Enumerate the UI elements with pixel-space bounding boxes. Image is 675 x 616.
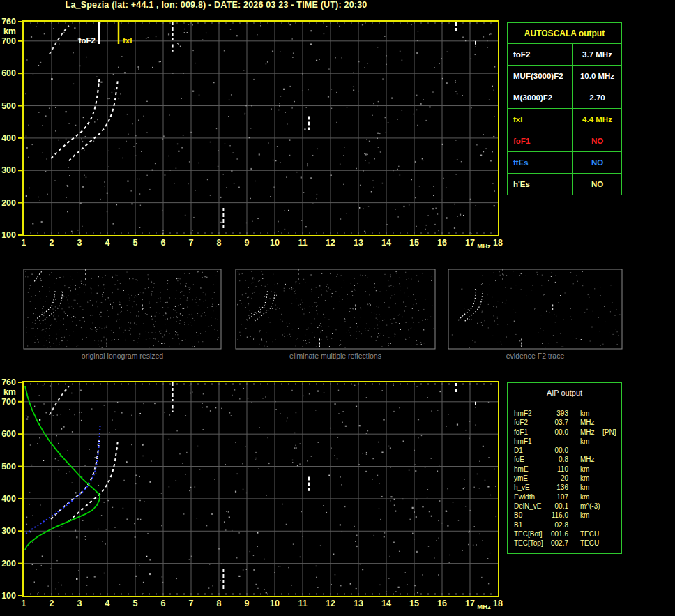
aip-row-d1: D100.0 (508, 446, 621, 456)
aip-label: hmF2 (514, 410, 532, 417)
y-axis-unit-label: km (3, 27, 16, 36)
aip-row-tecbot: TEC[Bot]001.6TECU (508, 530, 621, 539)
x-tick-label: 16 (437, 599, 447, 608)
parameter-label: h'Es (508, 174, 573, 195)
parameter-value: 4.4 MHz (573, 109, 621, 130)
y-tick-label: 760 (1, 377, 16, 387)
x-tick-label: 11 (298, 599, 307, 608)
autoscala-table-header: AUTOSCALA output (508, 23, 621, 44)
x-tick-label: 11 (298, 238, 307, 248)
aip-row-hmf1: hmF1---km (508, 437, 621, 446)
series-F2-x-mode-echo-trace (69, 80, 118, 160)
aip-row-ewidth: Ewidth107km (508, 493, 621, 502)
aip-row-foe: foE0.8MHz (508, 456, 621, 465)
aip-unit: km (580, 465, 589, 473)
x-tick-label: 2 (50, 599, 54, 608)
x-tick-label: 9 (245, 238, 250, 248)
aip-row-fof2: foF203.7MHz (508, 419, 621, 428)
autoscala-row-hes: h'EsNO (508, 174, 621, 195)
x-tick-label: 15 (409, 599, 419, 608)
bottom_ionogram-plot (18, 382, 499, 596)
parameter-label: fxI (508, 109, 573, 130)
thumbnail-evidence-f2-trace (448, 269, 622, 349)
y-tick-label: 600 (1, 68, 16, 78)
aip-unit: MHz (580, 456, 595, 463)
x-tick-label: 3 (77, 238, 82, 248)
x-tick-label: 13 (354, 599, 363, 608)
aip-unit: km (580, 483, 589, 491)
x-tick-label: 14 (381, 599, 391, 608)
y-tick-label: 200 (1, 559, 16, 569)
series-F2-o-mode-echo-trace (51, 78, 99, 158)
autoscala-row-muf3000f2: MUF(3000)F210.0 MHz (508, 66, 621, 87)
thumbnail-original-ionogram (24, 269, 221, 349)
page-title: La_Spezia (lat: +44.1 , lon: 009.8) - DA… (42, 0, 390, 11)
aip-row-b1: B102.8 (508, 521, 621, 530)
autoscala-row-fof2: foF23.7 MHz (508, 44, 621, 66)
autoscala-row-fof1: foF1NO (508, 130, 621, 152)
aip-unit: km (580, 511, 589, 519)
y-tick-label: 200 (1, 198, 16, 208)
aip-unit: km (580, 474, 589, 482)
series-second-hop-multiple-trace (50, 386, 69, 415)
thumbnail-eliminate-reflections-caption: eliminate multiple reflections (236, 352, 435, 360)
aip-extra: [PN] (602, 428, 616, 436)
x-tick-label: 16 (437, 238, 447, 248)
aip-value: 116.0 (537, 511, 568, 519)
parameter-label: M(3000)F2 (508, 87, 573, 108)
parameter-label: foF2 (508, 44, 573, 65)
x-tick-label: 14 (381, 238, 391, 248)
aip-label: h_vE (514, 483, 530, 491)
aip-value: 03.7 (537, 419, 568, 426)
x-tick-label: 4 (105, 599, 110, 608)
parameter-value: NO (573, 174, 621, 195)
autoscala-row-m3000f2: M(3000)F22.70 (508, 87, 621, 109)
aip-label: B1 (514, 521, 522, 529)
y-tick-label: 700 (1, 36, 16, 46)
y-tick-label: 300 (1, 165, 16, 175)
aip-value: 002.7 (537, 539, 568, 547)
x-tick-label: 15 (409, 238, 419, 248)
x-tick-label: 12 (326, 599, 335, 608)
aip-label: Ewidth (514, 493, 535, 501)
x-tick-label: 1 (22, 599, 26, 608)
autoscala-app-window: foF2fxI760km7006005004003002001001234567… (0, 0, 675, 616)
aip-row-hve: h_vE136km (508, 483, 621, 493)
aip-value: --- (537, 437, 568, 445)
aip-row-fof1: foF100.0MHz[PN] (508, 428, 621, 437)
fxI-marker-label: fxI (123, 36, 132, 45)
x-tick-label: 18 (493, 599, 503, 608)
aip-row-delnve: DelN_vE00.1m^(-3) (508, 502, 621, 511)
y-tick-label: 400 (1, 133, 16, 143)
thumbnail-original-ionogram-caption: original ionogram resized (24, 352, 221, 360)
aip-label: foF2 (514, 419, 528, 426)
aip-row-hme: hmE110km (508, 465, 621, 474)
x-tick-label: 6 (161, 238, 166, 248)
x-tick-label: 13 (354, 238, 363, 248)
aip-unit: TECU (580, 539, 599, 547)
thumbnail-evidence-f2-trace-caption: evidence F2 trace (448, 352, 622, 360)
series-second-hop-multiple-trace (50, 26, 69, 54)
aip-value: 20 (537, 474, 568, 482)
aip-value: 393 (537, 410, 568, 417)
y-tick-label: 100 (1, 591, 16, 601)
aip-label: ymE (514, 474, 528, 482)
x-tick-label: 4 (105, 238, 110, 248)
aip-table-header: AIP output (508, 383, 621, 403)
x-tick-label: 17 (465, 238, 475, 248)
series-rfi-vertical-lines (173, 22, 476, 230)
parameter-label: ftEs (508, 152, 573, 173)
autoscala-row-ftes: ftEsNO (508, 152, 621, 174)
series-F2-o-mode-echo-trace (51, 439, 99, 519)
foF2-marker-label: foF2 (79, 36, 96, 45)
aip-value: 110 (537, 465, 568, 473)
thumbnail-eliminate-reflections (236, 269, 435, 349)
autoscala-table: AUTOSCALA output foF23.7 MHzMUF(3000)F21… (507, 22, 622, 195)
series-rfi-vertical-lines (173, 382, 476, 591)
x-axis-unit-label: MHz (477, 242, 491, 250)
y-tick-label: 100 (1, 230, 16, 240)
aip-label: hmE (514, 465, 529, 473)
x-tick-label: 17 (465, 599, 475, 608)
x-tick-label: 9 (245, 599, 250, 608)
y-tick-label: 500 (1, 462, 16, 472)
